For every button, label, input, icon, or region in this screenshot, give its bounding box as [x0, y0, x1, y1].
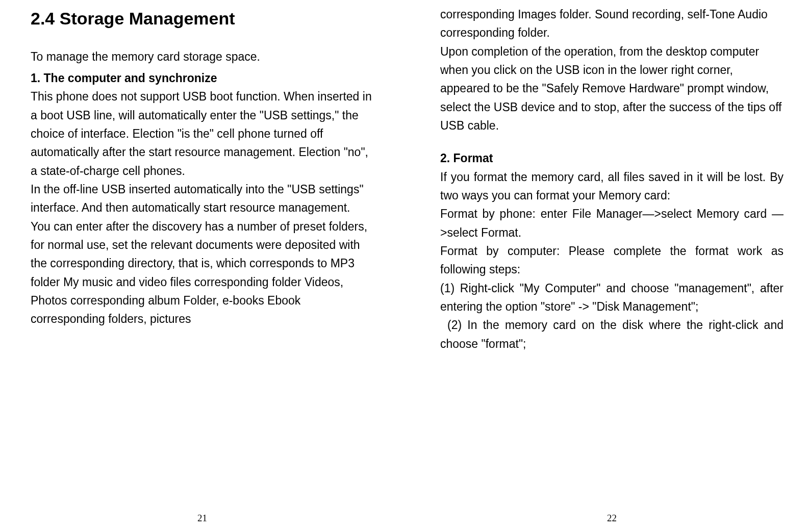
page-number-right: 22	[440, 513, 783, 527]
page-left-content: 2.4 Storage Management To manage the mem…	[31, 5, 374, 513]
subheading-format: 2. Format	[440, 149, 783, 167]
format-step-2: (2) In the memory card on the disk where…	[440, 316, 783, 353]
body-paragraph: In the off-line USB inserted automatical…	[31, 180, 374, 217]
page-spread: 2.4 Storage Management To manage the mem…	[0, 0, 809, 532]
body-paragraph: Upon completion of the operation, from t…	[440, 42, 783, 135]
body-paragraph: Format by phone: enter File Manager—>sel…	[440, 205, 783, 242]
section-heading: 2.4 Storage Management	[31, 8, 374, 29]
body-paragraph: You can enter after the discovery has a …	[31, 217, 374, 328]
page-left: 2.4 Storage Management To manage the mem…	[0, 0, 404, 532]
page-right: corresponding Images folder. Sound recor…	[404, 0, 809, 532]
intro-line: To manage the memory card storage space.	[31, 47, 374, 66]
body-paragraph: If you format the memory card, all files…	[440, 168, 783, 205]
body-paragraph: This phone does not support USB boot fun…	[31, 87, 374, 180]
page-right-content: corresponding Images folder. Sound recor…	[440, 5, 783, 513]
blank-line	[440, 135, 783, 149]
body-paragraph: Format by computer: Please complete the …	[440, 242, 783, 279]
page-number-left: 21	[31, 513, 374, 527]
body-paragraph-continued: corresponding Images folder. Sound recor…	[440, 5, 783, 42]
format-step-1: (1) Right-click "My Computer" and choose…	[440, 279, 783, 316]
subheading-sync: 1. The computer and synchronize	[31, 69, 374, 87]
